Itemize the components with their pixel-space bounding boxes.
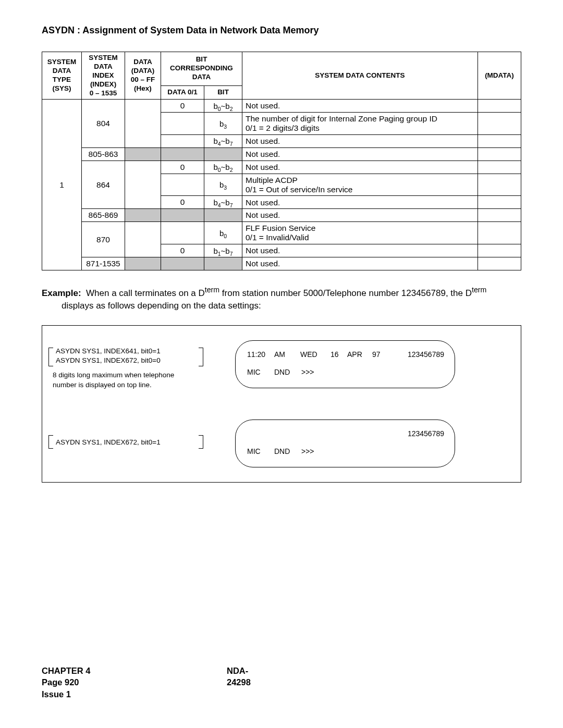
cell-mdata (478, 113, 521, 135)
footer-chapter: CHAPTER 4 (42, 665, 91, 676)
cell-contents: Not used. (242, 244, 478, 257)
cell-index: 805-863 (82, 147, 125, 161)
diagram-note: 8 digits long maximum when telephone num… (53, 371, 174, 389)
phone-display-1: 11:20 AM WED 16 APR 97 123456789 MIC DND… (235, 340, 455, 388)
th-bit: BIT (204, 85, 242, 100)
cell-mdata (478, 161, 521, 174)
cell-bit: b3 (204, 174, 242, 196)
cell-bit: b3 (204, 113, 242, 135)
cell-mdata (478, 100, 521, 113)
cell-bit: b4~b7 (204, 196, 242, 209)
cell-contents: Not used. (242, 135, 478, 148)
cell-index: 870 (82, 222, 125, 257)
page-title: ASYDN : Assignment of System Data in Net… (42, 25, 521, 36)
cell-data01: 0 (161, 100, 204, 113)
cell-data (125, 222, 161, 257)
example-text: Example: When a call terminates on a Dte… (42, 285, 521, 312)
cell-bit: b0 (204, 222, 242, 244)
cell-data01 (161, 147, 204, 161)
table-row: 805-863Not used. (42, 147, 521, 161)
cell-index: 865-869 (82, 209, 125, 222)
cell-contents: Not used. (242, 209, 478, 222)
cell-data (125, 209, 161, 222)
cell-mdata (478, 244, 521, 257)
cell-mdata (478, 196, 521, 209)
table-row: 18040b0~b2Not used. (42, 100, 521, 113)
th-index: SYSTEM DATA INDEX (INDEX) 0 – 1535 (82, 52, 125, 100)
cell-contents: Not used. (242, 147, 478, 161)
cell-data (125, 147, 161, 161)
cell-contents: Not used. (242, 100, 478, 113)
cell-bit (204, 147, 242, 161)
cell-contents: Multiple ACDP 0/1 = Out of service/In se… (242, 174, 478, 196)
cell-data01 (161, 113, 204, 135)
th-data01: DATA 0/1 (161, 85, 204, 100)
cell-mdata (478, 257, 521, 270)
cell-bit: b0~b2 (204, 161, 242, 174)
page-footer: CHAPTER 4 Page 920 Issue 1 NDA-24298 (42, 665, 91, 700)
footer-page: Page 920 (42, 676, 91, 688)
cell-bit (204, 257, 242, 270)
cell-contents: Not used. (242, 161, 478, 174)
example-diagram: ASYDN SYS1, INDEX641, bit0=1 ASYDN SYS1,… (42, 325, 521, 483)
footer-issue: Issue 1 (42, 688, 91, 700)
cell-mdata (478, 174, 521, 196)
cell-contents: Not used. (242, 196, 478, 209)
cell-contents: Not used. (242, 257, 478, 270)
table-row: 870b0FLF Fusion Service 0/1 = Invalid/Va… (42, 222, 521, 244)
th-contents: SYSTEM DATA CONTENTS (242, 52, 478, 100)
cell-data01 (161, 174, 204, 196)
th-data: DATA (DATA) 00 – FF (Hex) (125, 52, 161, 100)
cell-data01 (161, 135, 204, 148)
diagram-label-2: ASYDN SYS1, INDEX672, bit0=0 (56, 356, 161, 365)
diagram-label-1: ASYDN SYS1, INDEX641, bit0=1 (56, 347, 161, 356)
cell-data01 (161, 222, 204, 244)
cell-mdata (478, 222, 521, 244)
cell-data01: 0 (161, 161, 204, 174)
cell-index: 871-1535 (82, 257, 125, 270)
cell-mdata (478, 209, 521, 222)
cell-data01: 0 (161, 196, 204, 209)
table-row: 8640b0~b2Not used. (42, 161, 521, 174)
cell-bit: b0~b2 (204, 100, 242, 113)
cell-data (125, 161, 161, 209)
table-row: 871-1535Not used. (42, 257, 521, 270)
diagram-label-3: ASYDN SYS1, INDEX672, bit0=1 (56, 438, 161, 447)
th-bitgroup: BIT CORRESPONDING DATA (161, 52, 242, 86)
cell-data (125, 257, 161, 270)
footer-doc: NDA-24298 (227, 665, 251, 688)
cell-mdata (478, 147, 521, 161)
cell-data01: 0 (161, 244, 204, 257)
th-sys: SYSTEM DATA TYPE (SYS) (42, 52, 82, 100)
cell-bit: b1~b7 (204, 244, 242, 257)
cell-data01 (161, 257, 204, 270)
cell-index: 804 (82, 100, 125, 147)
cell-contents: FLF Fusion Service 0/1 = Invalid/Valid (242, 222, 478, 244)
cell-bit (204, 209, 242, 222)
cell-data01 (161, 209, 204, 222)
cell-data (125, 100, 161, 147)
cell-contents: The number of digit for Internal Zone Pa… (242, 113, 478, 135)
phone-display-2: 123456789 MIC DND >>> (235, 419, 455, 467)
cell-index: 864 (82, 161, 125, 209)
table-row: 865-869Not used. (42, 209, 521, 222)
cell-mdata (478, 135, 521, 148)
system-data-table: SYSTEM DATA TYPE (SYS) SYSTEM DATA INDEX… (42, 52, 521, 270)
cell-bit: b4~b7 (204, 135, 242, 148)
th-mdata: (MDATA) (478, 52, 521, 100)
cell-sys: 1 (42, 100, 82, 270)
